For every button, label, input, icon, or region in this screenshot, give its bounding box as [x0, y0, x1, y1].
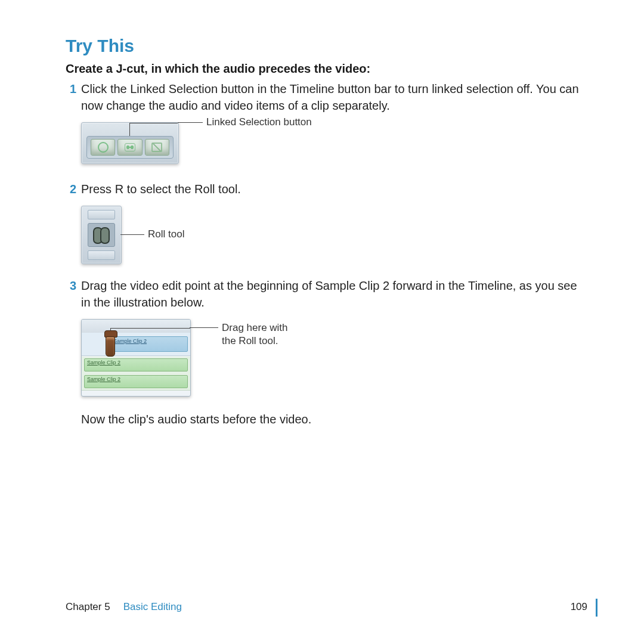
callout-line: [178, 122, 203, 123]
video-track: Sample Clip 2: [82, 333, 190, 356]
linked-selection-button-icon: [117, 139, 142, 156]
callout-line: [120, 234, 144, 235]
audio-track-2: Sample Clip 2: [82, 373, 190, 391]
step-text: Click the Linked Selection button in the…: [81, 80, 581, 114]
callout-roll-tool: Roll tool: [148, 228, 184, 240]
step-3: 3 Drag the video edit point at the begin…: [66, 277, 581, 311]
figure-linked-selection: Linked Selection button: [81, 122, 581, 164]
result-text: Now the clip's audio starts before the v…: [81, 411, 581, 428]
footer-accent-bar: [596, 599, 597, 617]
footer-title: Basic Editing: [123, 601, 182, 613]
callout-line: [190, 327, 218, 328]
audio-clip: Sample Clip 2: [84, 358, 188, 371]
step-text: Drag the video edit point at the beginni…: [81, 277, 581, 311]
task-title: Create a J-cut, in which the audio prece…: [66, 62, 581, 76]
callout-line2: the Roll tool.: [222, 335, 278, 346]
step-number: 2: [66, 181, 76, 197]
toolbar-buttons-graphic: [81, 122, 179, 164]
section-heading: Try This: [66, 36, 581, 56]
video-clip: Sample Clip 2: [110, 336, 188, 352]
callout-line: [110, 328, 191, 329]
timeline-graphic: Sample Clip 2 Sample Clip 2 Sample Clip …: [81, 319, 191, 397]
page-footer: Chapter 5 Basic Editing 109: [66, 601, 587, 613]
roll-cursor-icon: [104, 330, 116, 355]
roll-tool-icon: [93, 227, 110, 243]
audio-track-1: Sample Clip 2: [82, 357, 190, 374]
audio-clip: Sample Clip 2: [84, 375, 188, 388]
callout-linked-selection: Linked Selection button: [206, 116, 312, 128]
timeline-ruler: [82, 320, 190, 333]
toolbar-button-icon: [91, 139, 115, 156]
step-text: Press R to select the Roll tool.: [81, 181, 241, 197]
callout-drag-here: Drag here with the Roll tool.: [222, 321, 288, 348]
step-2: 2 Press R to select the Roll tool.: [66, 181, 581, 197]
step-1: 1 Click the Linked Selection button in t…: [66, 80, 581, 114]
footer-chapter: Chapter 5: [66, 601, 110, 613]
figure-timeline-drag: Sample Clip 2 Sample Clip 2 Sample Clip …: [81, 319, 581, 397]
step-number: 1: [66, 80, 76, 97]
footer-page-number: 109: [571, 601, 587, 613]
roll-tool-graphic: [81, 206, 122, 264]
step-number: 3: [66, 277, 76, 294]
figure-roll-tool: Roll tool: [81, 206, 581, 264]
callout-line1: Drag here with: [222, 322, 288, 333]
toolbar-button-icon: [145, 139, 169, 156]
